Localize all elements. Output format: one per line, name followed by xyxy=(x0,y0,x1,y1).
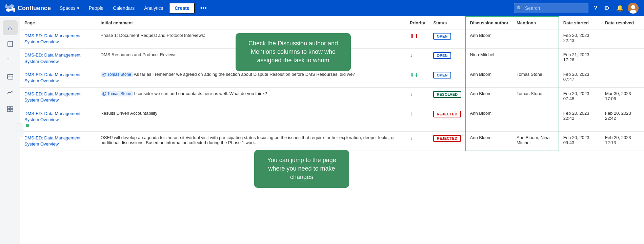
cell-comment: @ Tomas Stone As far as I remember we ag… xyxy=(97,68,406,87)
page-link[interactable]: DMS-ED: Data Management System Overview xyxy=(24,33,93,45)
cell-mentions: Tomas Stone xyxy=(512,68,559,87)
cell-comment: OSEP will develop an agenda for the on-s… xyxy=(97,131,406,151)
page-link[interactable]: DMS-ED: Data Management System Overview xyxy=(24,135,93,147)
page-link[interactable]: DMS-ED: Data Management System Overview xyxy=(24,52,93,64)
cell-page: DMS-ED: Data Management System Overview xyxy=(20,88,97,107)
spaces-menu[interactable]: Spaces ▾ xyxy=(56,4,83,12)
header-row: Page Initial comment Priority Status Dis… xyxy=(20,17,644,29)
cell-mentions xyxy=(512,107,559,131)
cell-date-started: Feb 20, 2023 07:47 xyxy=(559,68,601,87)
cell-comment: @ Tomas Stone I consider we can add our … xyxy=(97,88,406,107)
search-icon: 🔍 xyxy=(517,5,522,11)
cell-date-resolved xyxy=(601,49,644,68)
cell-priority: ⬆⬆ xyxy=(406,29,429,49)
cell-mentions: Tomas Stone xyxy=(512,88,559,107)
search-input[interactable] xyxy=(514,3,588,13)
cell-discussion-author: Ann Bloom xyxy=(466,88,512,107)
page-link[interactable]: DMS-ED: Data Management System Overview xyxy=(24,111,93,123)
cell-priority: ↓ xyxy=(406,88,429,107)
priority-low-icon: ↓ xyxy=(410,91,412,97)
tooltip-page-jump: You can jump to the page where you need … xyxy=(254,150,349,188)
main-content: Page Initial comment Priority Status Dis… xyxy=(20,16,644,151)
cell-status: REJECTED xyxy=(429,107,465,131)
cell-mentions: Ann Bloom, Nina Mitchel xyxy=(512,131,559,151)
sidebar-icon-quote[interactable]: " xyxy=(3,53,18,68)
cell-date-started: Feb 21, 2023 17:26 xyxy=(559,49,601,68)
priority-low-icon: ↓ xyxy=(410,111,412,116)
sidebar-icon-grid[interactable] xyxy=(3,102,18,116)
table-row: DMS-ED: Data Management System Overview … xyxy=(20,131,644,151)
table-row: DMS-ED: Data Management System Overview … xyxy=(20,88,644,107)
chevron-down-icon: ▾ xyxy=(77,5,79,11)
search-wrapper: 🔍 xyxy=(514,3,588,13)
status-badge-open: OPEN xyxy=(433,52,451,59)
status-badge-rejected: REJECTED xyxy=(433,111,461,117)
priority-lowest-icon: ⬇⬇ xyxy=(410,72,419,78)
page-link[interactable]: DMS-ED: Data Management System Overview xyxy=(24,91,93,103)
sidebar-icon-calendar[interactable] xyxy=(3,69,18,84)
cell-status: OPEN xyxy=(429,68,465,87)
cell-date-started: Feb 20, 2023 22:43 xyxy=(559,29,601,49)
cell-comment: Phase 1: Document Request and Protocol I… xyxy=(97,29,406,49)
cell-date-started: Feb 20, 2023 09:43 xyxy=(559,131,601,151)
svg-rect-12 xyxy=(7,106,10,109)
sidebar-collapse-button[interactable]: ‹ xyxy=(17,124,23,137)
table-body: DMS-ED: Data Management System Overview … xyxy=(20,29,644,151)
table-row: DMS-ED: Data Management System Overview … xyxy=(20,29,644,49)
sidebar-icon-analytics[interactable] xyxy=(3,85,18,100)
col-status: Status xyxy=(429,17,465,29)
help-icon[interactable]: ? xyxy=(591,3,600,13)
cell-priority: ↓ xyxy=(406,49,429,68)
cell-priority: ⬇⬇ xyxy=(406,68,429,87)
priority-low-icon: ↓ xyxy=(410,52,412,58)
cell-comment: DMS Resources and Protocol Reviews xyxy=(97,49,406,68)
page-link[interactable]: DMS-ED: Data Management System Overview xyxy=(24,72,93,84)
table-header: Page Initial comment Priority Status Dis… xyxy=(20,17,644,29)
col-comment: Initial comment xyxy=(97,17,406,29)
table-row: DMS-ED: Data Management System Overview … xyxy=(20,68,644,87)
cell-date-started: Feb 20, 2023 22:42 xyxy=(559,107,601,131)
avatar[interactable] xyxy=(628,3,639,14)
cell-discussion-author: Ann Bloom xyxy=(466,107,512,131)
col-mentions: Mentions xyxy=(512,17,559,29)
svg-rect-13 xyxy=(11,106,13,109)
sidebar-icon-doc[interactable] xyxy=(3,37,18,51)
table-container: Page Initial comment Priority Status Dis… xyxy=(20,16,644,151)
content-wrapper: Page Initial comment Priority Status Dis… xyxy=(20,16,644,151)
cell-page: DMS-ED: Data Management System Overview xyxy=(20,131,97,151)
cell-priority: ↓ xyxy=(406,131,429,151)
notifications-icon[interactable]: 🔔 xyxy=(613,3,626,13)
svg-rect-8 xyxy=(7,74,13,79)
cell-priority: ↓ xyxy=(406,107,429,131)
svg-text:": " xyxy=(7,58,9,63)
settings-icon[interactable]: ⚙ xyxy=(601,3,612,13)
table-row: DMS-ED: Data Management System Overview … xyxy=(20,49,644,68)
svg-point-1 xyxy=(631,5,635,9)
status-badge-resolved: RESOLVED xyxy=(433,91,461,98)
people-link[interactable]: People xyxy=(85,4,107,12)
status-badge-rejected: REJECTED xyxy=(433,135,461,142)
topnav-icons: ? ⚙ 🔔 xyxy=(591,3,639,14)
mention-badge: @ Tomas Stone xyxy=(101,72,133,77)
calendars-link[interactable]: Calendars xyxy=(109,4,138,12)
cell-status: OPEN xyxy=(429,49,465,68)
mention-badge: @ Tomas Stone xyxy=(101,91,133,96)
col-date-resolved: Date resolved xyxy=(601,17,644,29)
cell-discussion-author: Ann Bloom xyxy=(466,29,512,49)
sidebar-icon-home[interactable]: ⌂ xyxy=(3,20,18,35)
logo-text: Confluence xyxy=(18,5,51,12)
priority-high-icon: ⬆⬆ xyxy=(410,33,419,39)
cell-mentions xyxy=(512,29,559,49)
cell-status: REJECTED xyxy=(429,131,465,151)
create-button[interactable]: Create xyxy=(169,3,195,14)
cell-date-resolved: Feb 20, 2023 12:13 xyxy=(601,131,644,151)
analytics-link[interactable]: Analytics xyxy=(141,4,166,12)
cell-page: DMS-ED: Data Management System Overview xyxy=(20,29,97,49)
col-date-started: Date started xyxy=(559,17,601,29)
confluence-logo[interactable]: Confluence xyxy=(5,3,51,13)
cell-mentions xyxy=(512,49,559,68)
status-badge-open: OPEN xyxy=(433,72,451,79)
more-button[interactable]: ••• xyxy=(198,3,209,13)
cell-date-resolved xyxy=(601,68,644,87)
topnav: Confluence Spaces ▾ People Calendars Ana… xyxy=(0,0,644,16)
